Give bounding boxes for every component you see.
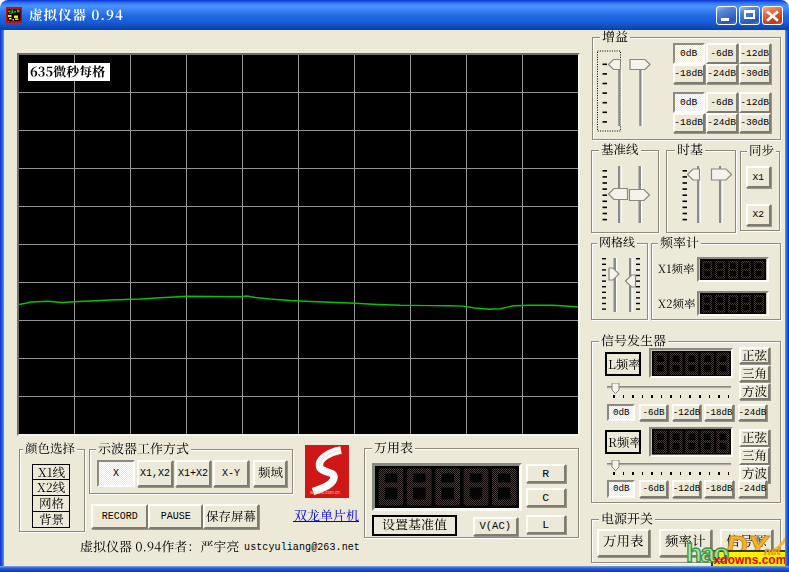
svg-text:www.sl.com.cn: www.sl.com.cn	[310, 490, 340, 495]
